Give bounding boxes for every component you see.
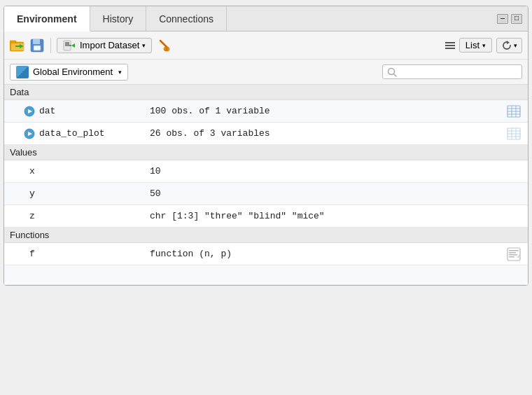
import-label: Import Dataset xyxy=(80,40,139,50)
env-label: Global Environment xyxy=(33,67,113,77)
row-value-f: function (n, p) xyxy=(144,244,500,263)
row-name-y: y xyxy=(4,184,144,203)
rstudio-panel: Environment History Connections — □ xyxy=(4,6,528,286)
svg-rect-40 xyxy=(509,250,519,251)
table-row: dat 100 obs. of 1 variable xyxy=(4,100,528,123)
row-value-y: 50 xyxy=(144,184,500,203)
table-view-icon-dat[interactable] xyxy=(507,105,521,118)
import-dataset-button[interactable]: Import Dataset ▾ xyxy=(57,38,152,53)
svg-rect-41 xyxy=(509,252,516,254)
section-header-values: Values xyxy=(4,145,528,160)
row-name-data-to-plot: data_to_plot xyxy=(4,124,144,144)
window-controls: — □ xyxy=(491,6,528,31)
play-icon-data-to-plot[interactable] xyxy=(24,128,35,139)
row-name-dat: dat xyxy=(4,102,144,121)
row-name-x: x xyxy=(4,162,144,181)
table-area: Data dat 100 obs. of 1 variable xyxy=(4,85,528,285)
tab-environment[interactable]: Environment xyxy=(4,6,90,32)
tab-history[interactable]: History xyxy=(90,6,147,31)
row-action-f[interactable] xyxy=(500,247,528,261)
table-row: y 50 xyxy=(4,183,528,205)
broom-button[interactable] xyxy=(156,38,172,53)
table-row: z chr [1:3] "three" "blind" "mice" xyxy=(4,205,528,228)
env-selector-button[interactable]: Global Environment ▾ xyxy=(10,64,128,81)
tab-connections[interactable]: Connections xyxy=(146,6,227,31)
table-view-icon-data-to-plot[interactable] xyxy=(507,127,521,140)
refresh-button[interactable]: ▾ xyxy=(496,38,522,53)
search-icon xyxy=(387,67,397,77)
toolbar-right: List ▾ ▾ xyxy=(445,38,522,53)
env-bar: Global Environment ▾ xyxy=(4,60,528,85)
svg-rect-8 xyxy=(34,46,40,50)
refresh-arrow: ▾ xyxy=(514,42,517,49)
code-icon-f[interactable] xyxy=(507,247,521,261)
row-action-data-to-plot[interactable] xyxy=(500,127,528,140)
svg-rect-4 xyxy=(15,46,20,47)
empty-row xyxy=(4,265,528,285)
row-name-f: f xyxy=(4,244,144,263)
toolbar: Import Dataset ▾ List ▾ xyxy=(4,32,528,60)
tab-spacer xyxy=(227,6,491,31)
row-value-x: 10 xyxy=(144,162,500,181)
row-value-data-to-plot: 26 obs. of 3 variables xyxy=(144,124,500,143)
import-arrow: ▾ xyxy=(142,42,146,49)
maximize-button[interactable]: □ xyxy=(511,14,522,24)
search-input[interactable] xyxy=(400,67,512,77)
svg-marker-13 xyxy=(71,43,75,48)
tab-history-label: History xyxy=(103,13,134,25)
svg-line-15 xyxy=(160,41,167,48)
separator-1 xyxy=(50,38,51,53)
list-view-icon xyxy=(445,42,455,49)
row-action-dat[interactable] xyxy=(500,105,528,118)
svg-rect-14 xyxy=(69,45,71,46)
save-button[interactable] xyxy=(29,38,45,53)
env-icon xyxy=(16,66,29,78)
svg-rect-42 xyxy=(509,254,517,256)
table-row: data_to_plot 26 obs. of 3 variables xyxy=(4,123,528,145)
table-row: f function (n, p) xyxy=(4,243,528,265)
svg-rect-1 xyxy=(10,41,16,43)
svg-line-22 xyxy=(394,74,397,76)
search-box[interactable] xyxy=(382,64,522,79)
svg-rect-6 xyxy=(33,39,40,44)
row-name-z: z xyxy=(4,207,144,226)
section-header-data: Data xyxy=(4,85,528,100)
tab-environment-label: Environment xyxy=(17,13,77,25)
list-button[interactable]: List ▾ xyxy=(459,38,492,53)
svg-rect-43 xyxy=(509,256,514,258)
row-value-dat: 100 obs. of 1 variable xyxy=(144,102,500,120)
open-button[interactable] xyxy=(10,38,25,53)
row-value-z: chr [1:3] "three" "blind" "mice" xyxy=(144,207,500,226)
section-header-functions: Functions xyxy=(4,228,528,243)
svg-marker-20 xyxy=(507,41,510,44)
list-label: List xyxy=(465,40,479,50)
list-arrow: ▾ xyxy=(482,42,486,49)
play-icon-dat[interactable] xyxy=(24,106,35,117)
tab-connections-label: Connections xyxy=(159,13,214,25)
minimize-button[interactable]: — xyxy=(497,14,508,24)
tab-bar: Environment History Connections — □ xyxy=(4,6,528,32)
env-arrow: ▾ xyxy=(118,69,122,76)
table-row: x 10 xyxy=(4,160,528,183)
